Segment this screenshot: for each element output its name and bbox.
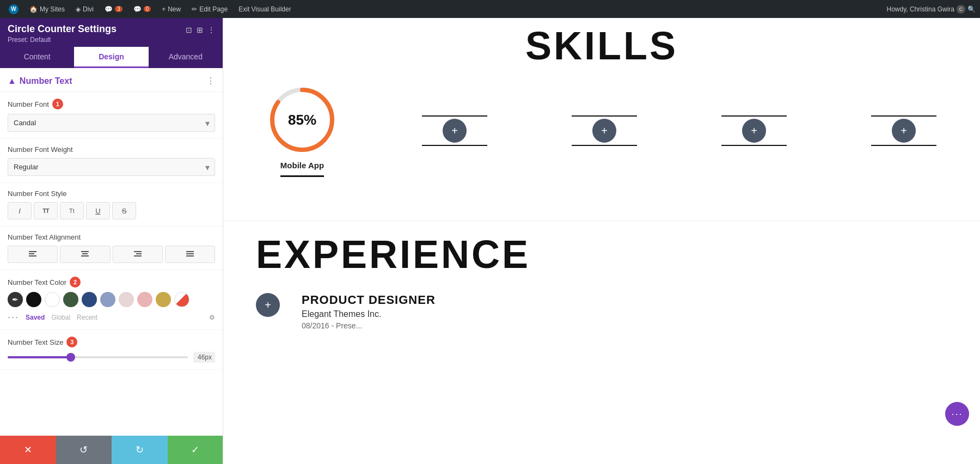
align-center-button[interactable] — [60, 246, 110, 263]
align-justify-icon — [186, 251, 194, 258]
color-swatch-diagonal[interactable] — [174, 292, 189, 307]
module-line-1 — [422, 115, 487, 117]
eyedropper-swatch[interactable]: ✒ — [8, 292, 23, 307]
underline-button[interactable]: U — [86, 202, 110, 219]
tab-advanced[interactable]: Advanced — [149, 47, 223, 68]
sidebar-tabs: Content Design Advanced — [0, 47, 223, 68]
number-font-field: Number Font 1 Candal — [0, 92, 223, 139]
color-swatch-medium-blue[interactable] — [100, 292, 115, 307]
counter-item-main: 85% Mobile App — [267, 84, 338, 177]
color-swatch-black[interactable] — [26, 292, 41, 307]
comments-button[interactable]: 💬 3 — [100, 0, 127, 18]
module-line-3 — [721, 115, 787, 117]
job-dates: 08/2016 - Prese... — [302, 321, 947, 330]
color-swatch-white[interactable] — [45, 292, 60, 307]
home-icon: 🏠 — [29, 5, 38, 13]
skills-section: SKILLS 85% Mobile App — [223, 18, 980, 221]
color-more-dots[interactable]: ··· — [8, 312, 19, 323]
number-font-select-wrapper: Candal — [8, 114, 215, 132]
color-swatch-light-pink[interactable] — [119, 292, 134, 307]
align-left-button[interactable] — [8, 246, 58, 263]
module-line-2 — [572, 115, 637, 117]
avatar: C — [957, 5, 965, 14]
slider-fill — [8, 356, 71, 358]
italic-button[interactable]: I — [8, 202, 32, 219]
color-settings-icon[interactable]: ⚙ — [209, 314, 215, 321]
my-sites-label: My Sites — [40, 5, 65, 13]
sidebar-title-area: Circle Counter Settings Preset: Default — [8, 23, 117, 44]
more-icon[interactable]: ⋮ — [207, 26, 215, 34]
style-buttons: I TT Tt U S — [8, 202, 215, 219]
number-font-weight-label: Number Font Weight — [8, 145, 215, 154]
floating-menu-button[interactable]: ··· — [945, 402, 969, 426]
svg-rect-2 — [29, 255, 36, 257]
experience-row: + PRODUCT DESIGNER Elegant Themes Inc. 0… — [256, 293, 947, 330]
color-tab-recent[interactable]: Recent — [77, 314, 97, 321]
counter-value: 85% — [288, 112, 316, 129]
comment-badge-button[interactable]: 💬 0 — [129, 0, 156, 18]
tab-design[interactable]: Design — [74, 47, 148, 68]
section-header: ▲ Number Text ⋮ — [0, 68, 223, 92]
my-sites-button[interactable]: 🏠 My Sites — [25, 0, 69, 18]
search-icon[interactable]: 🔍 — [967, 5, 976, 13]
add-module-1: + — [422, 115, 487, 146]
color-swatch-gold[interactable] — [156, 292, 171, 307]
strikethrough-button[interactable]: S — [112, 202, 136, 219]
main-layout: Circle Counter Settings Preset: Default … — [0, 18, 980, 464]
new-label: New — [168, 5, 181, 13]
number-text-alignment-label: Number Text Alignment — [8, 233, 215, 241]
sidebar: Circle Counter Settings Preset: Default … — [0, 18, 223, 464]
comment-zero-icon: 💬 — [133, 5, 142, 13]
add-module-btn-3[interactable]: + — [742, 119, 766, 143]
module-line-2b — [572, 145, 637, 146]
number-font-weight-field: Number Font Weight Regular Thin Light Me… — [0, 139, 223, 183]
svg-rect-14 — [186, 255, 194, 257]
sidebar-header-icons: ⊡ ⊞ ⋮ — [186, 26, 215, 34]
resize-icon[interactable]: ⊡ — [186, 26, 192, 34]
job-title: PRODUCT DESIGNER — [302, 293, 947, 307]
sidebar-actions: ✕ ↺ ↻ ✓ — [0, 436, 223, 464]
comment-count: 3 — [115, 6, 122, 12]
add-module-btn-2[interactable]: + — [592, 119, 616, 143]
add-experience-btn[interactable]: + — [256, 293, 280, 317]
color-swatch-pink[interactable] — [137, 292, 152, 307]
slider-value: 46px — [193, 352, 215, 363]
exit-builder-button[interactable]: Exit Visual Builder — [234, 0, 296, 18]
divi-icon: ◈ — [76, 5, 81, 13]
number-font-weight-select-wrapper: Regular Thin Light Medium SemiBold Bold … — [8, 158, 215, 176]
add-module-btn-4[interactable]: + — [892, 119, 916, 143]
tab-content[interactable]: Content — [0, 47, 74, 68]
save-button[interactable]: ✓ — [168, 436, 224, 464]
color-tab-saved[interactable]: Saved — [26, 314, 45, 321]
number-text-alignment-field: Number Text Alignment — [0, 227, 223, 270]
divi-button[interactable]: ◈ Divi — [71, 0, 98, 18]
color-swatch-dark-green[interactable] — [63, 292, 78, 307]
experience-section: EXPERIENCE + PRODUCT DESIGNER Elegant Th… — [223, 221, 980, 352]
add-module-4: + — [871, 115, 936, 146]
number-font-weight-select[interactable]: Regular Thin Light Medium SemiBold Bold … — [8, 158, 215, 176]
sidebar-preset[interactable]: Preset: Default — [8, 36, 117, 44]
number-font-select[interactable]: Candal — [8, 114, 215, 132]
comment-icon: 💬 — [105, 5, 113, 13]
align-justify-button[interactable] — [165, 246, 215, 263]
wp-logo-button[interactable]: W — [4, 0, 23, 18]
new-button[interactable]: + New — [157, 0, 185, 18]
capitalize-button[interactable]: Tt — [60, 202, 84, 219]
color-swatch-dark-blue[interactable] — [82, 292, 97, 307]
columns-icon[interactable]: ⊞ — [197, 26, 203, 34]
align-right-button[interactable] — [113, 246, 163, 263]
cancel-button[interactable]: ✕ — [0, 436, 56, 464]
redo-button[interactable]: ↻ — [112, 436, 168, 464]
number-text-color-badge: 2 — [70, 277, 81, 288]
slider-thumb[interactable] — [66, 353, 75, 362]
color-tab-global[interactable]: Global — [51, 314, 70, 321]
uppercase-button[interactable]: TT — [34, 202, 58, 219]
module-line-4b — [871, 145, 936, 146]
experience-details: PRODUCT DESIGNER Elegant Themes Inc. 08/… — [302, 293, 947, 330]
module-line-1b — [422, 145, 487, 146]
add-module-btn-1[interactable]: + — [443, 119, 467, 143]
number-font-style-field: Number Font Style I TT Tt U S — [0, 183, 223, 227]
undo-button[interactable]: ↺ — [56, 436, 112, 464]
section-more-icon[interactable]: ⋮ — [206, 76, 215, 86]
edit-page-button[interactable]: ✏ Edit Page — [187, 0, 232, 18]
